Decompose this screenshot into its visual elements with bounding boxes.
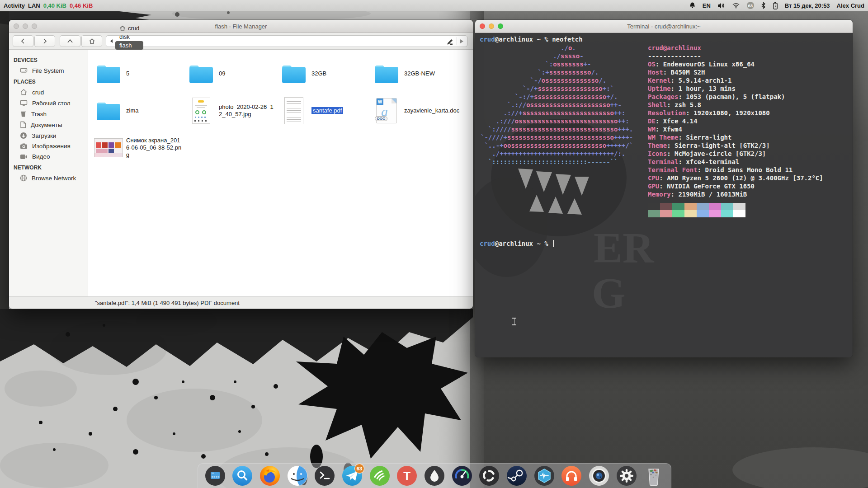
file-label: 32GB <box>311 70 326 77</box>
neofetch-row: OS: EndeavourOS Linux x86_64 <box>648 60 823 68</box>
neofetch-row: Packages: 1053 (pacman), 5 (flatpak) <box>648 93 823 101</box>
dock-file-manager[interactable] <box>287 465 308 486</box>
file-item[interactable]: 09 <box>186 63 279 84</box>
palette-swatch <box>709 210 721 217</box>
clock[interactable]: Вт 15 дек, 20:53 <box>785 2 830 9</box>
forward-button[interactable] <box>34 35 55 47</box>
terminal-titlebar[interactable]: Terminal - crud@archlinux:~ <box>475 20 853 33</box>
bell-icon[interactable] <box>689 2 696 9</box>
battery-icon[interactable] <box>773 2 778 9</box>
dock-headphones[interactable] <box>561 465 582 486</box>
dock-steam[interactable] <box>506 465 527 486</box>
dock-app-grid[interactable] <box>205 465 226 486</box>
dock-firefox[interactable] <box>259 465 280 486</box>
dock-camera[interactable] <box>589 465 609 486</box>
sidebar-item-trash[interactable]: Trash <box>9 108 88 119</box>
language-indicator[interactable]: EN <box>703 2 711 9</box>
sidebar-item-documents[interactable]: Документы <box>9 119 88 130</box>
fm-statusbar: "santafe.pdf": 1,4 MiB (1 490 491 bytes)… <box>9 296 473 309</box>
wallpaper-ghost-letters: ER <box>594 223 654 273</box>
path-bar[interactable]: cruddiskflash32GB <box>106 35 467 47</box>
path-scroll-right-icon[interactable] <box>460 39 464 44</box>
neofetch-row: Terminal: xfce4-terminal <box>648 158 823 166</box>
file-label: 09 <box>219 70 225 77</box>
sidebar-item-drive[interactable]: File System <box>9 65 88 76</box>
path-segment-2[interactable]: flash <box>115 41 143 50</box>
activity-label[interactable]: Activity <box>4 2 25 9</box>
sidebar-item-label: Видео <box>32 153 50 160</box>
minimize-button[interactable] <box>23 23 28 29</box>
neofetch-row: Host: B450M S2H <box>648 68 823 76</box>
dock-t-app[interactable]: T <box>396 465 417 486</box>
close-button[interactable] <box>14 23 19 29</box>
back-button[interactable] <box>13 35 33 47</box>
file-label: 32GB-NEW <box>404 70 435 77</box>
sidebar-item-label: Рабочий стол <box>32 100 71 107</box>
volume-icon[interactable] <box>717 2 725 9</box>
file-item[interactable]: 32GB <box>279 63 372 84</box>
home-button[interactable] <box>81 35 102 47</box>
sidebar-item-network[interactable]: Browse Network <box>9 173 88 183</box>
file-item[interactable]: Снимок экрана_2016-06-05_06-38-52.png <box>94 137 186 159</box>
file-label: zima <box>126 107 138 114</box>
terminal-content[interactable]: ER G crud@archlinux ~ % neofetch ./o. ./… <box>475 33 853 357</box>
dock-search[interactable] <box>232 465 253 486</box>
file-label: 5 <box>126 70 129 77</box>
screenshot-thumbnail <box>94 138 123 157</box>
folder-icon <box>188 63 214 84</box>
wallpaper-ghost-letter: G <box>592 268 626 318</box>
fm-titlebar[interactable]: flash - File Manager <box>9 20 473 33</box>
terminal-active-prompt[interactable]: crud@archlinux ~ % <box>480 239 554 248</box>
desktop: Activity LAN 0,40 KiB 0,46 KiB EN 63 Вт <box>0 0 868 488</box>
palette-swatch <box>697 210 709 217</box>
sidebar-item-videos[interactable]: Видео <box>9 151 88 162</box>
neofetch-row: Icons: McMojave-circle [GTK2/3] <box>648 150 823 158</box>
file-item[interactable]: 32GB-NEW <box>372 63 464 84</box>
sidebar-item-home[interactable]: crud <box>9 87 88 98</box>
file-item[interactable]: zima <box>94 100 186 122</box>
palette-swatch <box>684 210 697 217</box>
neofetch-row: DE: Xfce 4.14 <box>648 117 823 125</box>
dock-drop[interactable] <box>424 465 445 486</box>
dock-settings[interactable] <box>616 465 637 486</box>
file-item[interactable]: photo_2020-02-26_12_40_57.jpg <box>186 98 279 124</box>
path-segment-1[interactable]: disk <box>115 33 143 41</box>
dock-spotify[interactable] <box>369 465 390 486</box>
neofetch-row: Theme: Sierra-light-alt [GTK2/3] <box>648 141 823 150</box>
path-scroll-left-icon[interactable] <box>110 39 113 43</box>
dock-telegram[interactable]: 63 <box>342 465 363 486</box>
minimize-button[interactable] <box>489 23 494 29</box>
dock: 63 T <box>198 463 671 488</box>
close-button[interactable] <box>480 23 485 29</box>
edit-path-icon[interactable] <box>446 38 454 45</box>
home-icon <box>119 25 126 31</box>
maximize-button[interactable] <box>498 23 503 29</box>
neofetch-row: Kernel: 5.9.14-arch1-1 <box>648 76 823 84</box>
dock-system-monitor[interactable] <box>452 465 472 486</box>
file-item[interactable]: santafe.pdf <box>279 97 372 124</box>
file-item[interactable]: WaDOCzayavlenie_karta.doc <box>372 98 464 123</box>
terminal-prompt-line: crud@archlinux ~ % neofetch <box>480 35 583 43</box>
dock-trash[interactable] <box>643 465 664 486</box>
dock-terminal[interactable] <box>314 465 335 486</box>
sidebar-item-desktop[interactable]: Рабочий стол <box>9 98 88 108</box>
wifi-icon[interactable] <box>732 2 740 9</box>
notification-badge[interactable]: 63 <box>747 2 754 9</box>
neofetch-row: CPU: AMD Ryzen 5 2600 (12) @ 3.400GHz [3… <box>648 174 823 182</box>
file-item[interactable]: 5 <box>94 63 186 84</box>
path-segment-0[interactable]: crud <box>115 24 143 33</box>
maximize-button[interactable] <box>32 23 37 29</box>
t-app-letter: T <box>396 465 417 486</box>
user-menu[interactable]: Alex Crud <box>837 2 864 9</box>
sidebar-section-header: PLACES <box>9 76 88 87</box>
folder-icon <box>373 63 400 84</box>
neofetch-row: Memory: 2190MiB / 16013MiB <box>648 190 823 198</box>
sidebar-item-label: Загрузки <box>32 132 56 139</box>
dock-wave-meter[interactable] <box>534 465 555 486</box>
fm-file-grid[interactable]: 50932GB32GB-NEWzimaphoto_2020-02-26_12_4… <box>88 50 473 296</box>
sidebar-item-downloads[interactable]: Загрузки <box>9 130 88 141</box>
bluetooth-icon[interactable] <box>761 2 766 9</box>
up-button[interactable] <box>60 35 80 47</box>
sidebar-item-pictures[interactable]: Изображения <box>9 141 88 151</box>
dock-obs[interactable] <box>479 465 500 486</box>
